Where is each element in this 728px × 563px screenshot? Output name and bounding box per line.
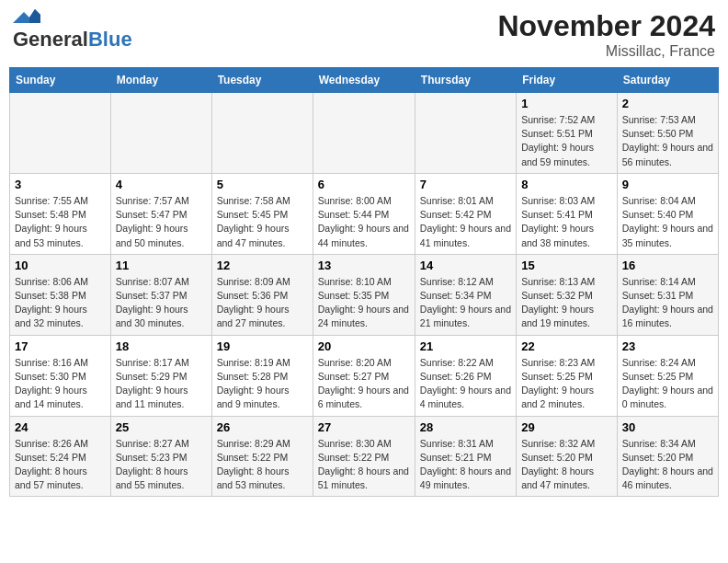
day-info: Sunrise: 7:55 AM Sunset: 5:48 PM Dayligh… xyxy=(15,194,106,250)
weekday-header-wednesday: Wednesday xyxy=(313,68,415,93)
page-header: General Blue November 2024 Missillac, Fr… xyxy=(9,9,719,60)
day-info: Sunrise: 8:22 AM Sunset: 5:26 PM Dayligh… xyxy=(420,356,511,412)
calendar-cell: 8Sunrise: 8:03 AM Sunset: 5:41 PM Daylig… xyxy=(517,173,618,254)
day-info: Sunrise: 8:29 AM Sunset: 5:22 PM Dayligh… xyxy=(217,437,308,493)
day-number: 16 xyxy=(622,259,713,272)
day-number: 9 xyxy=(622,178,713,191)
day-info: Sunrise: 8:26 AM Sunset: 5:24 PM Dayligh… xyxy=(15,437,106,493)
week-row-5: 24Sunrise: 8:26 AM Sunset: 5:24 PM Dayli… xyxy=(10,416,719,497)
calendar-cell: 29Sunrise: 8:32 AM Sunset: 5:20 PM Dayli… xyxy=(517,416,618,497)
calendar-cell: 13Sunrise: 8:10 AM Sunset: 5:35 PM Dayli… xyxy=(313,254,415,335)
day-number: 17 xyxy=(15,339,106,353)
day-number: 20 xyxy=(318,339,410,353)
day-number: 5 xyxy=(217,178,308,191)
weekday-header-tuesday: Tuesday xyxy=(211,68,313,93)
calendar-cell xyxy=(110,93,211,174)
calendar-cell: 20Sunrise: 8:20 AM Sunset: 5:27 PM Dayli… xyxy=(313,335,415,416)
weekday-header-thursday: Thursday xyxy=(415,68,516,93)
month-year-title: November 2024 xyxy=(497,9,715,43)
calendar-cell: 19Sunrise: 8:19 AM Sunset: 5:28 PM Dayli… xyxy=(211,335,313,416)
day-number: 8 xyxy=(521,178,612,191)
day-info: Sunrise: 8:19 AM Sunset: 5:28 PM Dayligh… xyxy=(217,356,308,412)
day-number: 18 xyxy=(116,339,207,353)
calendar-table: SundayMondayTuesdayWednesdayThursdayFrid… xyxy=(9,67,719,497)
calendar-cell: 15Sunrise: 8:13 AM Sunset: 5:32 PM Dayli… xyxy=(517,254,618,335)
calendar-cell: 18Sunrise: 8:17 AM Sunset: 5:29 PM Dayli… xyxy=(110,335,211,416)
day-number: 25 xyxy=(116,420,207,434)
weekday-header-row: SundayMondayTuesdayWednesdayThursdayFrid… xyxy=(10,68,719,93)
calendar-cell xyxy=(313,93,415,174)
day-info: Sunrise: 8:09 AM Sunset: 5:36 PM Dayligh… xyxy=(217,275,308,331)
day-number: 22 xyxy=(521,339,612,353)
logo-text-blue: Blue xyxy=(88,28,132,52)
calendar-cell: 24Sunrise: 8:26 AM Sunset: 5:24 PM Dayli… xyxy=(10,416,111,497)
day-info: Sunrise: 8:00 AM Sunset: 5:44 PM Dayligh… xyxy=(318,194,410,250)
day-number: 19 xyxy=(217,339,308,353)
calendar-cell: 11Sunrise: 8:07 AM Sunset: 5:37 PM Dayli… xyxy=(110,254,211,335)
day-number: 11 xyxy=(116,259,207,272)
day-info: Sunrise: 8:06 AM Sunset: 5:38 PM Dayligh… xyxy=(15,275,106,331)
day-info: Sunrise: 7:57 AM Sunset: 5:47 PM Dayligh… xyxy=(116,194,207,250)
day-info: Sunrise: 8:14 AM Sunset: 5:31 PM Dayligh… xyxy=(622,275,713,331)
calendar-cell: 9Sunrise: 8:04 AM Sunset: 5:40 PM Daylig… xyxy=(617,173,718,254)
day-number: 23 xyxy=(622,339,713,353)
calendar-cell: 7Sunrise: 8:01 AM Sunset: 5:42 PM Daylig… xyxy=(415,173,516,254)
day-info: Sunrise: 8:31 AM Sunset: 5:21 PM Dayligh… xyxy=(420,437,511,493)
weekday-header-sunday: Sunday xyxy=(10,68,111,93)
day-number: 10 xyxy=(15,259,106,272)
day-number: 30 xyxy=(622,420,713,434)
day-number: 27 xyxy=(318,420,410,434)
day-info: Sunrise: 8:23 AM Sunset: 5:25 PM Dayligh… xyxy=(521,356,612,412)
weekday-header-monday: Monday xyxy=(110,68,211,93)
calendar-cell: 1Sunrise: 7:52 AM Sunset: 5:51 PM Daylig… xyxy=(517,93,618,174)
logo-text-general: General xyxy=(13,28,88,52)
day-info: Sunrise: 8:01 AM Sunset: 5:42 PM Dayligh… xyxy=(420,194,511,250)
day-number: 2 xyxy=(622,97,713,110)
calendar-cell: 6Sunrise: 8:00 AM Sunset: 5:44 PM Daylig… xyxy=(313,173,415,254)
day-info: Sunrise: 7:53 AM Sunset: 5:50 PM Dayligh… xyxy=(622,113,713,169)
day-info: Sunrise: 8:17 AM Sunset: 5:29 PM Dayligh… xyxy=(116,356,207,412)
day-info: Sunrise: 8:34 AM Sunset: 5:20 PM Dayligh… xyxy=(622,437,713,493)
svg-marker-1 xyxy=(29,9,40,23)
calendar-cell: 21Sunrise: 8:22 AM Sunset: 5:26 PM Dayli… xyxy=(415,335,516,416)
logo-icon xyxy=(13,9,40,26)
week-row-1: 1Sunrise: 7:52 AM Sunset: 5:51 PM Daylig… xyxy=(10,93,719,174)
calendar-cell: 16Sunrise: 8:14 AM Sunset: 5:31 PM Dayli… xyxy=(617,254,718,335)
calendar-cell: 5Sunrise: 7:58 AM Sunset: 5:45 PM Daylig… xyxy=(211,173,313,254)
calendar-cell: 17Sunrise: 8:16 AM Sunset: 5:30 PM Dayli… xyxy=(10,335,111,416)
title-block: November 2024 Missillac, France xyxy=(497,9,715,60)
day-info: Sunrise: 8:12 AM Sunset: 5:34 PM Dayligh… xyxy=(420,275,511,331)
day-number: 3 xyxy=(15,178,106,191)
calendar-cell: 30Sunrise: 8:34 AM Sunset: 5:20 PM Dayli… xyxy=(617,416,718,497)
day-number: 12 xyxy=(217,259,308,272)
calendar-cell xyxy=(10,93,111,174)
day-info: Sunrise: 8:10 AM Sunset: 5:35 PM Dayligh… xyxy=(318,275,410,331)
week-row-3: 10Sunrise: 8:06 AM Sunset: 5:38 PM Dayli… xyxy=(10,254,719,335)
weekday-header-saturday: Saturday xyxy=(617,68,718,93)
day-number: 26 xyxy=(217,420,308,434)
calendar-cell: 27Sunrise: 8:30 AM Sunset: 5:22 PM Dayli… xyxy=(313,416,415,497)
day-number: 15 xyxy=(521,259,612,272)
weekday-header-friday: Friday xyxy=(517,68,618,93)
location-subtitle: Missillac, France xyxy=(497,43,715,60)
day-info: Sunrise: 8:07 AM Sunset: 5:37 PM Dayligh… xyxy=(116,275,207,331)
calendar-cell: 22Sunrise: 8:23 AM Sunset: 5:25 PM Dayli… xyxy=(517,335,618,416)
day-info: Sunrise: 8:04 AM Sunset: 5:40 PM Dayligh… xyxy=(622,194,713,250)
calendar-cell: 10Sunrise: 8:06 AM Sunset: 5:38 PM Dayli… xyxy=(10,254,111,335)
calendar-cell xyxy=(211,93,313,174)
calendar-cell: 3Sunrise: 7:55 AM Sunset: 5:48 PM Daylig… xyxy=(10,173,111,254)
day-info: Sunrise: 8:24 AM Sunset: 5:25 PM Dayligh… xyxy=(622,356,713,412)
day-number: 14 xyxy=(420,259,511,272)
day-info: Sunrise: 8:32 AM Sunset: 5:20 PM Dayligh… xyxy=(521,437,612,493)
day-info: Sunrise: 8:16 AM Sunset: 5:30 PM Dayligh… xyxy=(15,356,106,412)
day-info: Sunrise: 8:03 AM Sunset: 5:41 PM Dayligh… xyxy=(521,194,612,250)
calendar-cell: 23Sunrise: 8:24 AM Sunset: 5:25 PM Dayli… xyxy=(617,335,718,416)
day-info: Sunrise: 8:20 AM Sunset: 5:27 PM Dayligh… xyxy=(318,356,410,412)
calendar-cell: 4Sunrise: 7:57 AM Sunset: 5:47 PM Daylig… xyxy=(110,173,211,254)
day-number: 21 xyxy=(420,339,511,353)
day-number: 13 xyxy=(318,259,410,272)
day-info: Sunrise: 7:58 AM Sunset: 5:45 PM Dayligh… xyxy=(217,194,308,250)
day-info: Sunrise: 7:52 AM Sunset: 5:51 PM Dayligh… xyxy=(521,113,612,169)
day-number: 29 xyxy=(521,420,612,434)
day-number: 1 xyxy=(521,97,612,110)
